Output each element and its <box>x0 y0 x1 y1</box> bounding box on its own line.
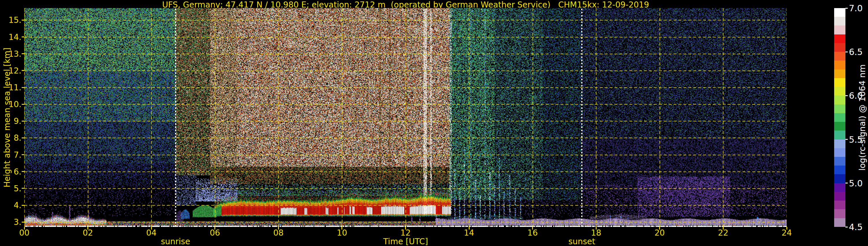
colorbar-segment <box>834 148 845 157</box>
colorbar-segment <box>834 69 845 78</box>
y-tick-label: 8. <box>13 133 22 143</box>
colorbar-tick-label: 7.0 <box>849 3 863 13</box>
colorbar-segment <box>834 122 845 130</box>
colorbar-label: log(rc-signal) @ 1064 nm <box>857 64 867 171</box>
colorbar-segment <box>834 87 845 95</box>
colorbar-segment <box>834 183 845 192</box>
colorbar-segment <box>834 43 845 52</box>
y-tick-label: 9. <box>13 116 22 126</box>
colorbar-tick-label: 4.5 <box>849 222 863 232</box>
y-tick-mark <box>22 154 24 155</box>
y-tick-label: 12. <box>8 66 22 75</box>
colorbar-tick-mark <box>845 8 848 9</box>
colorbar-segment <box>834 157 845 165</box>
y-tick-mark <box>22 137 24 139</box>
x-tick-label: 02 <box>83 228 93 238</box>
y-tick-mark <box>22 121 24 122</box>
colorbar-segment <box>834 60 845 69</box>
x-tick-label: 16 <box>527 228 538 238</box>
colorbar-segment <box>834 34 845 43</box>
y-tick-label: 4. <box>13 201 22 210</box>
colorbar-segment <box>834 104 845 113</box>
x-axis-label: Time [UTC] <box>383 237 428 246</box>
y-tick-label: 3. <box>13 217 22 227</box>
y-tick-mark <box>22 20 24 21</box>
y-tick-mark <box>22 205 24 206</box>
y-tick-label: 5. <box>13 183 22 193</box>
colorbar-tick-mark <box>845 226 848 227</box>
colorbar-segment <box>834 165 845 174</box>
x-tick-label: 04 <box>146 228 157 238</box>
y-tick-mark <box>22 87 24 88</box>
colorbar-tick-mark <box>845 139 848 140</box>
sunset-label: sunset <box>568 237 595 246</box>
y-tick-label: 11. <box>8 83 22 92</box>
y-tick-label: 15. <box>8 16 22 25</box>
y-tick-mark <box>22 222 24 222</box>
colorbar-segment <box>834 201 845 209</box>
colorbar-segment <box>834 17 845 26</box>
y-tick-label: 14. <box>8 32 22 42</box>
x-tick-label: 00 <box>19 228 30 238</box>
y-tick-mark <box>22 36 24 37</box>
y-tick-label: 10. <box>8 99 22 109</box>
y-tick-mark <box>22 53 24 54</box>
colorbar <box>834 8 845 227</box>
colorbar-segment <box>834 95 845 104</box>
x-tick-label: 18 <box>591 228 601 238</box>
figure-root: UFS, Germany; 47.417 N / 10.980 E; eleva… <box>0 0 868 246</box>
colorbar-segment <box>834 140 845 148</box>
colorbar-tick-label: 5.0 <box>849 178 863 188</box>
x-tick-label: 24 <box>781 228 792 238</box>
colorbar-tick-mark <box>845 183 848 183</box>
y-tick-mark <box>22 70 24 71</box>
x-tick-label: 22 <box>718 228 728 238</box>
colorbar-tick-mark <box>845 52 848 52</box>
y-tick-label: 6. <box>13 167 22 176</box>
colorbar-segment <box>834 209 845 218</box>
colorbar-segment <box>834 78 845 87</box>
colorbar-segment <box>834 192 845 201</box>
colorbar-segment <box>834 52 845 60</box>
y-tick-mark <box>22 188 24 189</box>
colorbar-segment <box>834 26 845 34</box>
plot-canvas <box>24 8 787 227</box>
y-tick-label: 7. <box>13 150 22 159</box>
x-tick-label: 10 <box>337 228 347 238</box>
colorbar-segment <box>834 8 845 17</box>
y-tick-mark <box>22 171 24 172</box>
colorbar-segment <box>834 130 845 139</box>
colorbar-tick-mark <box>845 95 848 96</box>
y-tick-label: 13. <box>8 49 22 58</box>
x-tick-label: 20 <box>654 228 665 238</box>
x-tick-label: 08 <box>273 228 284 238</box>
colorbar-segment <box>834 113 845 122</box>
x-tick-label: 12 <box>400 228 411 238</box>
sunrise-label: sunrise <box>161 237 190 246</box>
colorbar-segment <box>834 174 845 183</box>
colorbar-tick-label: 6.5 <box>849 47 863 57</box>
y-tick-mark <box>22 104 24 105</box>
x-tick-label: 14 <box>464 228 474 238</box>
colorbar-segment <box>834 218 845 227</box>
x-tick-label: 06 <box>210 228 220 238</box>
